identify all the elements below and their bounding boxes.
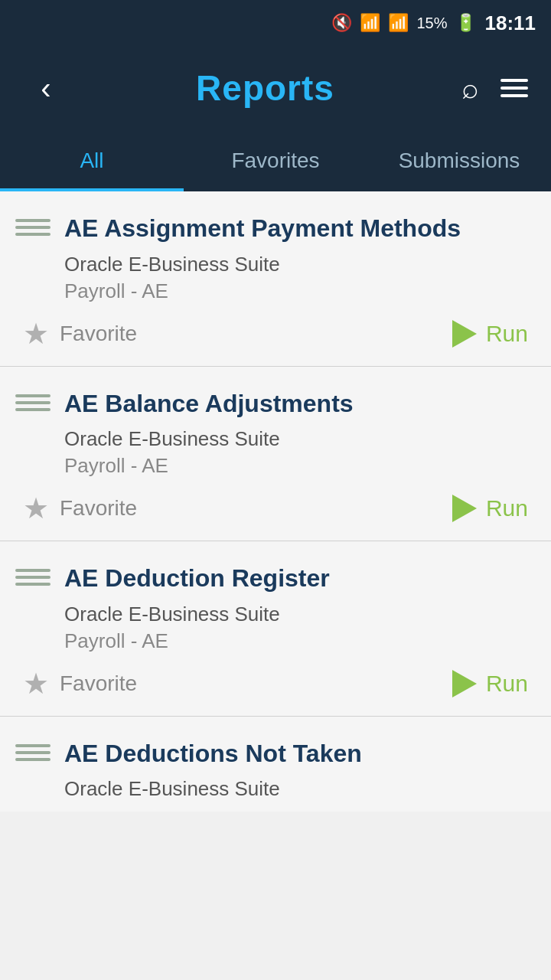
report-category: Payroll - AE: [15, 279, 528, 303]
report-title: AE Deduction Register: [64, 563, 330, 595]
report-actions: ★ Favorite Run: [15, 492, 528, 525]
hamburger-line-1: [500, 79, 528, 82]
report-source: Oracle E-Business Suite: [15, 777, 528, 801]
favorite-label: Favorite: [60, 322, 137, 346]
list-item: AE Deduction Register Oracle E-Business …: [0, 541, 551, 717]
signal-icon: 📶: [388, 13, 409, 33]
report-title: AE Deductions Not Taken: [64, 738, 362, 770]
report-header: AE Deduction Register: [15, 563, 528, 595]
report-actions: ★ Favorite Run: [15, 667, 528, 701]
status-bar: 🔇 📶 📶 15% 🔋 18:11: [0, 0, 551, 46]
tab-favorites[interactable]: Favorites: [184, 130, 367, 191]
favorite-button[interactable]: ★ Favorite: [23, 317, 137, 351]
tab-submissions[interactable]: Submissions: [367, 130, 551, 191]
drag-icon: [15, 569, 51, 586]
run-label: Run: [486, 495, 528, 521]
hamburger-line-3: [500, 94, 528, 97]
star-icon: ★: [23, 667, 49, 701]
tab-bar: All Favorites Submissions: [0, 130, 551, 191]
run-icon: [452, 320, 477, 348]
report-source: Oracle E-Business Suite: [15, 427, 528, 451]
battery-icon: 🔋: [455, 13, 476, 33]
drag-icon: [15, 394, 51, 411]
favorite-button[interactable]: ★ Favorite: [23, 492, 137, 525]
report-header: AE Balance Adjustments: [15, 388, 528, 420]
run-label: Run: [486, 671, 528, 697]
run-label: Run: [486, 321, 528, 347]
run-icon: [452, 495, 477, 522]
star-icon: ★: [23, 317, 49, 351]
wifi-icon: 📶: [360, 13, 380, 33]
favorite-button[interactable]: ★ Favorite: [23, 667, 137, 701]
run-button[interactable]: Run: [452, 320, 528, 348]
list-item: AE Deductions Not Taken Oracle E-Busines…: [0, 717, 551, 812]
mute-icon: 🔇: [331, 13, 352, 33]
favorite-label: Favorite: [60, 496, 137, 521]
drag-icon: [15, 219, 51, 236]
header: ‹ Reports ⌕: [0, 46, 551, 130]
report-source: Oracle E-Business Suite: [15, 603, 528, 626]
report-list: AE Assignment Payment Methods Oracle E-B…: [0, 191, 551, 812]
report-actions: ★ Favorite Run: [15, 317, 528, 351]
report-title: AE Assignment Payment Methods: [64, 213, 461, 245]
list-item: AE Balance Adjustments Oracle E-Business…: [0, 367, 551, 542]
report-category: Payroll - AE: [15, 629, 528, 653]
back-button[interactable]: ‹: [23, 71, 69, 106]
menu-button[interactable]: [500, 79, 528, 97]
search-button[interactable]: ⌕: [461, 72, 479, 105]
hamburger-line-2: [500, 87, 528, 90]
list-item: AE Assignment Payment Methods Oracle E-B…: [0, 191, 551, 367]
status-icons: 🔇 📶 📶 15% 🔋: [331, 13, 475, 33]
header-actions: ⌕: [461, 72, 528, 105]
report-source: Oracle E-Business Suite: [15, 253, 528, 276]
run-button[interactable]: Run: [452, 495, 528, 522]
report-category: Payroll - AE: [15, 454, 528, 478]
report-title: AE Balance Adjustments: [64, 388, 354, 420]
star-icon: ★: [23, 492, 49, 525]
battery-level: 15%: [416, 15, 447, 32]
tab-all[interactable]: All: [0, 130, 184, 191]
report-header: AE Deductions Not Taken: [15, 738, 528, 770]
run-icon: [452, 670, 477, 697]
page-title: Reports: [196, 67, 334, 109]
status-time: 18:11: [485, 11, 536, 35]
drag-icon: [15, 744, 51, 761]
favorite-label: Favorite: [60, 671, 137, 696]
run-button[interactable]: Run: [452, 670, 528, 697]
report-header: AE Assignment Payment Methods: [15, 213, 528, 245]
